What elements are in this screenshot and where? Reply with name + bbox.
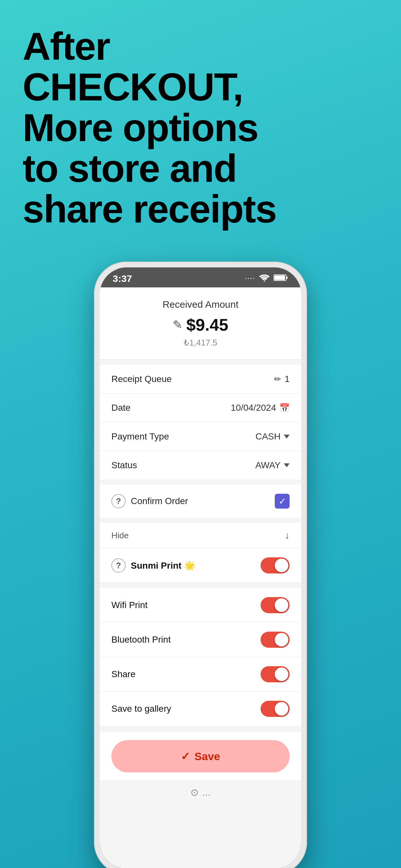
share-row: Share xyxy=(100,657,301,692)
status-row[interactable]: Status AWAY xyxy=(100,451,301,479)
received-amount-card: Received Amount ✎ $9.45 ₺1,417.5 xyxy=(100,287,301,360)
bottom-bar: ⊙ ... xyxy=(100,780,301,808)
info-rows-section: Receipt Queue ✏ 1 Date 10/04/2024 📅 xyxy=(100,365,301,479)
edit-icon[interactable]: ✎ xyxy=(173,318,182,332)
sub-amount-value: ₺1,417.5 xyxy=(113,338,288,348)
bt-toggle-thumb xyxy=(275,633,288,647)
headline-section: After CHECKOUT, More options to store an… xyxy=(0,0,401,249)
wifi-print-row: Wifi Print xyxy=(100,588,301,623)
pencil-icon: ✏ xyxy=(274,374,281,384)
save-gallery-row: Save to gallery xyxy=(100,692,301,726)
phone-wrapper: 3:37 ···· xyxy=(0,249,401,868)
confirm-order-checkbox[interactable]: ✓ xyxy=(275,494,289,508)
hide-label: Hide xyxy=(112,531,128,540)
checkmark-icon: ✓ xyxy=(279,496,286,507)
phone-screen: Received Amount ✎ $9.45 ₺1,417.5 Receipt… xyxy=(100,287,301,868)
options-section: Wifi Print Bluetooth Print xyxy=(100,588,301,726)
receipt-queue-row: Receipt Queue ✏ 1 xyxy=(100,365,301,394)
bt-toggle-track xyxy=(260,631,289,648)
save-gallery-label: Save to gallery xyxy=(112,704,171,714)
phone-inner: 3:37 ···· xyxy=(100,268,301,868)
sunmi-label: Sunmi Print 🌟 xyxy=(131,560,195,571)
hide-down-arrow-icon: ↓ xyxy=(285,530,289,541)
save-checkmark-icon: ✓ xyxy=(181,750,190,763)
amount-row: ✎ $9.45 xyxy=(113,315,288,335)
question-mark-icon: ? xyxy=(112,494,126,508)
share-toggle-thumb xyxy=(275,668,288,681)
received-amount-title: Received Amount xyxy=(113,299,288,310)
receipt-queue-value[interactable]: ✏ 1 xyxy=(274,374,289,384)
save-gallery-toggle[interactable] xyxy=(260,701,289,717)
bluetooth-print-label: Bluetooth Print xyxy=(112,634,171,645)
sunmi-toggle-thumb xyxy=(275,559,288,572)
share-toggle[interactable] xyxy=(260,666,289,682)
sunmi-toggle[interactable] xyxy=(260,557,289,574)
svg-rect-2 xyxy=(274,275,285,280)
svg-rect-3 xyxy=(286,277,288,279)
hide-section: Hide ↓ ? Sunmi Print 🌟 xyxy=(100,523,301,583)
wifi-print-label: Wifi Print xyxy=(112,600,148,610)
bottom-dots: ... xyxy=(203,787,211,798)
save-button-label: Save xyxy=(194,750,220,763)
chevron-down-icon xyxy=(284,435,289,438)
gallery-toggle-thumb xyxy=(275,702,288,716)
gallery-toggle-track xyxy=(260,701,289,717)
bluetooth-toggle[interactable] xyxy=(260,631,289,648)
confirm-left: ? Confirm Order xyxy=(112,494,188,508)
hide-row[interactable]: Hide ↓ xyxy=(100,523,301,548)
svg-point-0 xyxy=(264,280,265,282)
sunmi-left: ? Sunmi Print 🌟 xyxy=(112,558,195,572)
share-label: Share xyxy=(112,669,135,679)
status-chevron-icon xyxy=(284,463,289,467)
wifi-print-toggle[interactable] xyxy=(260,597,289,613)
confirm-order-label: Confirm Order xyxy=(131,496,188,506)
status-label: Status xyxy=(112,460,137,470)
headline-text: After CHECKOUT, More options to store an… xyxy=(23,26,378,229)
wifi-toggle-thumb xyxy=(275,598,288,612)
wifi-toggle-track xyxy=(260,597,289,613)
confirm-order-section: ? Confirm Order ✓ xyxy=(100,485,301,518)
phone-outer: 3:37 ···· xyxy=(94,261,307,868)
bluetooth-print-row: Bluetooth Print xyxy=(100,623,301,657)
save-section: ✓ Save xyxy=(100,733,301,780)
share-toggle-track xyxy=(260,666,289,682)
payment-type-value[interactable]: CASH xyxy=(255,431,289,442)
sunmi-question-icon: ? xyxy=(112,558,126,572)
sunmi-toggle-track xyxy=(260,557,289,574)
amount-value: $9.45 xyxy=(186,315,228,335)
date-value[interactable]: 10/04/2024 📅 xyxy=(231,403,289,413)
calendar-icon: 📅 xyxy=(279,403,289,413)
date-label: Date xyxy=(112,403,130,413)
save-button[interactable]: ✓ Save xyxy=(112,740,289,772)
bottom-icon: ⊙ xyxy=(190,786,198,798)
sunmi-print-row: ? Sunmi Print 🌟 xyxy=(100,548,301,583)
wifi-icon xyxy=(259,274,270,284)
signal-dots-icon: ···· xyxy=(245,275,255,282)
confirm-order-row[interactable]: ? Confirm Order ✓ xyxy=(112,494,289,508)
status-time: 3:37 xyxy=(113,273,132,284)
payment-type-label: Payment Type xyxy=(112,431,169,442)
battery-icon xyxy=(274,274,288,284)
payment-type-row[interactable]: Payment Type CASH xyxy=(100,423,301,451)
receipt-queue-label: Receipt Queue xyxy=(112,374,172,384)
date-row: Date 10/04/2024 📅 xyxy=(100,394,301,423)
status-icons: ···· xyxy=(245,274,288,284)
status-bar: 3:37 ···· xyxy=(100,268,301,287)
status-value[interactable]: AWAY xyxy=(255,460,289,470)
